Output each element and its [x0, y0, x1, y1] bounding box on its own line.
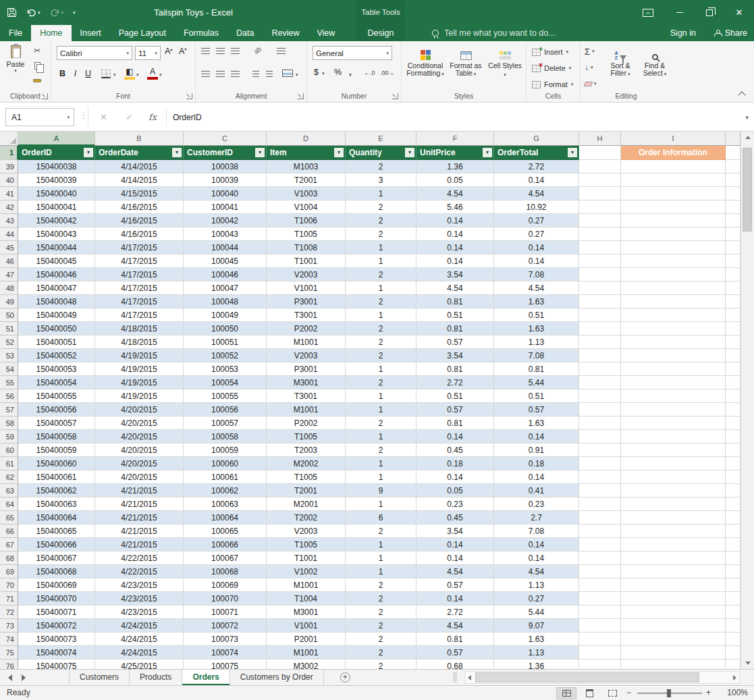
cell[interactable]: 7.08: [494, 268, 579, 281]
cell[interactable]: 4/21/2015: [95, 511, 184, 524]
row-header[interactable]: 72: [0, 605, 18, 619]
cell[interactable]: 100057: [184, 416, 267, 430]
sheet-tab-customers[interactable]: Customers: [69, 670, 130, 685]
cell[interactable]: 100053: [184, 362, 267, 376]
decrease-font-size-button[interactable]: A▾: [179, 47, 186, 56]
cell[interactable]: [579, 605, 621, 619]
cell[interactable]: 0.51: [494, 389, 579, 403]
underline-button[interactable]: U: [82, 68, 94, 80]
cell[interactable]: [579, 200, 621, 214]
sheet-tab-products[interactable]: Products: [130, 670, 182, 685]
cell[interactable]: 100070: [184, 592, 267, 605]
cell[interactable]: 0.14: [416, 551, 494, 565]
cell[interactable]: 150400048: [18, 295, 95, 308]
cell[interactable]: 4.54: [494, 187, 579, 200]
align-left-button[interactable]: [201, 71, 210, 77]
cell[interactable]: 0.14: [494, 430, 579, 443]
chevron-down-icon[interactable]: ▾: [65, 115, 70, 120]
cell[interactable]: 0.14: [416, 254, 494, 268]
cell[interactable]: [621, 565, 726, 578]
cell[interactable]: [726, 430, 740, 443]
cell[interactable]: [621, 470, 726, 484]
cell[interactable]: 150400053: [18, 362, 95, 376]
cell[interactable]: 4/24/2015: [95, 646, 184, 659]
cell[interactable]: 0.14: [416, 470, 494, 484]
cell[interactable]: 1: [346, 241, 416, 254]
cell[interactable]: 100049: [184, 308, 267, 322]
cell[interactable]: 1: [346, 430, 416, 443]
cell[interactable]: 1: [346, 187, 416, 200]
cell[interactable]: [621, 659, 726, 669]
cell[interactable]: 150400063: [18, 497, 95, 511]
cell[interactable]: [726, 349, 740, 362]
cell[interactable]: [726, 632, 740, 646]
filter-button[interactable]: ▾: [255, 148, 265, 157]
cell[interactable]: [726, 443, 740, 457]
cell[interactable]: 4/22/2015: [95, 565, 184, 578]
cell[interactable]: [621, 619, 726, 632]
cell[interactable]: [726, 403, 740, 416]
vertical-scroll-thumb[interactable]: [743, 148, 752, 232]
align-top-button[interactable]: [201, 48, 210, 54]
cell[interactable]: 4.54: [416, 281, 494, 295]
cell[interactable]: [621, 484, 726, 497]
cell[interactable]: 150400049: [18, 308, 95, 322]
insert-cells-button[interactable]: Insert ▾: [532, 45, 568, 59]
cell[interactable]: T1001: [267, 551, 346, 565]
cell[interactable]: [621, 457, 726, 470]
chevron-down-icon[interactable]: ▾: [322, 71, 325, 76]
zoom-out-button[interactable]: −: [626, 688, 631, 697]
cell[interactable]: 2: [346, 646, 416, 659]
cell[interactable]: 4/24/2015: [95, 619, 184, 632]
cell[interactable]: 0.14: [416, 241, 494, 254]
fill-color-button[interactable]: ◧: [124, 68, 135, 80]
cell[interactable]: 0.27: [494, 592, 579, 605]
row-header[interactable]: 76: [0, 659, 18, 669]
cell[interactable]: 100043: [184, 227, 267, 241]
undo-dropdown-icon[interactable]: ▾: [38, 10, 41, 16]
format-painter-button[interactable]: [31, 75, 43, 86]
cell[interactable]: 7.08: [494, 524, 579, 538]
cell[interactable]: 150400045: [18, 254, 95, 268]
cell[interactable]: [579, 497, 621, 511]
table-header-item[interactable]: Item▾: [267, 146, 346, 160]
cell[interactable]: 150400072: [18, 619, 95, 632]
cell[interactable]: 0.81: [416, 632, 494, 646]
cell[interactable]: 0.81: [416, 295, 494, 308]
cell[interactable]: 1: [346, 308, 416, 322]
cell[interactable]: 1.63: [494, 295, 579, 308]
customize-quick-access-button[interactable]: ▾: [73, 10, 76, 16]
cell[interactable]: 0.18: [494, 457, 579, 470]
column-header-e[interactable]: E: [346, 132, 416, 146]
cell[interactable]: [726, 497, 740, 511]
table-header-unitprice[interactable]: UnitPrice▾: [416, 146, 494, 160]
column-header-h[interactable]: H: [579, 132, 621, 146]
cell[interactable]: T2003: [267, 443, 346, 457]
cell[interactable]: P3001: [267, 295, 346, 308]
row-header[interactable]: 67: [0, 538, 18, 551]
cell[interactable]: 4/17/2015: [95, 308, 184, 322]
paste-button[interactable]: Paste ▾: [3, 44, 28, 94]
row-header[interactable]: 73: [0, 619, 18, 632]
cell[interactable]: M1001: [267, 335, 346, 349]
cell[interactable]: 0.41: [494, 484, 579, 497]
cell[interactable]: 150400071: [18, 605, 95, 619]
cell[interactable]: 150400069: [18, 578, 95, 592]
wrap-text-button[interactable]: [277, 48, 286, 54]
cell[interactable]: [621, 349, 726, 362]
cell[interactable]: [726, 281, 740, 295]
cell[interactable]: [726, 173, 740, 187]
cell[interactable]: 100064: [184, 511, 267, 524]
cell[interactable]: [726, 200, 740, 214]
increase-decimal-button[interactable]: ←.0: [364, 70, 375, 76]
cell[interactable]: 150400043: [18, 227, 95, 241]
comma-format-button[interactable]: ,: [349, 68, 351, 77]
cell[interactable]: 0.27: [494, 214, 579, 227]
cell[interactable]: 2: [346, 524, 416, 538]
cell[interactable]: [579, 160, 621, 173]
currency-format-button[interactable]: $: [314, 68, 319, 77]
cell[interactable]: [579, 308, 621, 322]
cell[interactable]: [579, 511, 621, 524]
cell[interactable]: [579, 281, 621, 295]
cell[interactable]: 0.05: [416, 484, 494, 497]
